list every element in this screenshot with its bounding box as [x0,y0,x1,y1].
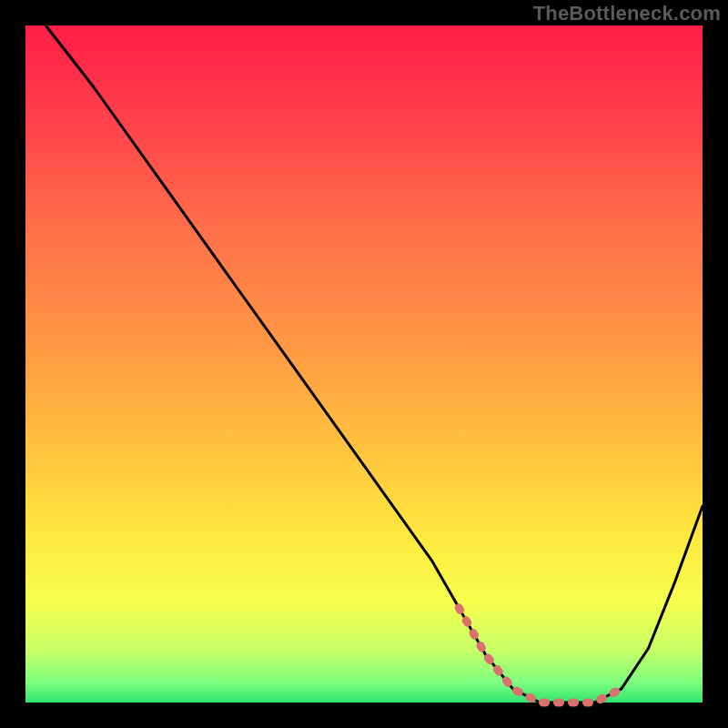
watermark-text: TheBottleneck.com [533,2,721,25]
chart-svg [0,0,728,728]
plot-area [25,25,703,703]
chart-stage: TheBottleneck.com [0,0,728,728]
